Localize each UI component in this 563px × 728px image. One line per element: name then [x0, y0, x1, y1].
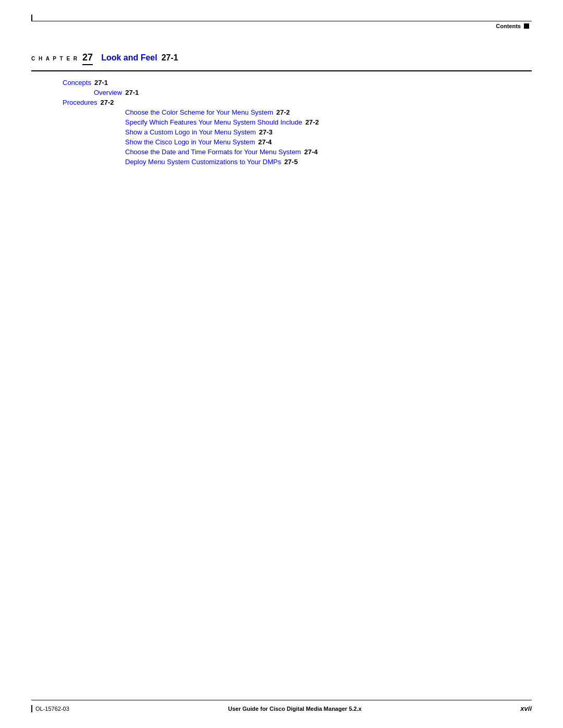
toc-page-procedures: 27-2 — [100, 98, 114, 106]
footer-content: OL-15762-03 User Guide for Cisco Digital… — [31, 705, 532, 712]
toc-link-concepts[interactable]: Concepts — [63, 79, 91, 87]
toc-page-specify-features: 27-2 — [305, 118, 319, 126]
header-contents: Contents — [496, 23, 529, 29]
footer-left: OL-15762-03 — [31, 705, 69, 712]
toc-page-concepts: 27-1 — [94, 79, 108, 87]
chapter-title: Look and Feel — [101, 53, 157, 63]
footer-top-line — [31, 700, 532, 700]
toc-entry-custom-logo: Show a Custom Logo in Your Menu System 2… — [125, 128, 532, 136]
chapter-line: C H A P T E R 27 Look and Feel 27-1 — [31, 52, 532, 65]
chapter-separator — [31, 70, 532, 71]
toc-entry-procedures: Procedures 27-2 — [63, 98, 532, 106]
footer-guide-title: User Guide for Cisco Digital Media Manag… — [228, 706, 362, 712]
chapter-label: C H A P T E R — [31, 56, 78, 61]
footer-page-number: xvii — [520, 705, 532, 712]
toc-link-cisco-logo[interactable]: Show the Cisco Logo in Your Menu System — [125, 138, 255, 146]
toc-entry-color-scheme: Choose the Color Scheme for Your Menu Sy… — [125, 108, 532, 116]
footer-left-bar — [31, 705, 32, 712]
toc-page-color-scheme: 27-2 — [276, 108, 290, 116]
toc-link-deploy[interactable]: Deploy Menu System Customizations to You… — [125, 158, 281, 166]
main-content: C H A P T E R 27 Look and Feel 27-1 Conc… — [31, 52, 532, 168]
toc-link-color-scheme[interactable]: Choose the Color Scheme for Your Menu Sy… — [125, 108, 273, 116]
toc-link-custom-logo[interactable]: Show a Custom Logo in Your Menu System — [125, 128, 256, 136]
toc-page-overview: 27-1 — [125, 89, 139, 96]
toc-entry-deploy: Deploy Menu System Customizations to You… — [125, 158, 532, 166]
toc-page-cisco-logo: 27-4 — [258, 138, 272, 146]
toc-link-overview[interactable]: Overview — [94, 89, 122, 96]
chapter-title-page: 27-1 — [162, 53, 178, 63]
toc-link-specify-features[interactable]: Specify Which Features Your Menu System … — [125, 118, 302, 126]
top-border — [31, 21, 532, 21]
toc-entry-date-time: Choose the Date and Time Formats for You… — [125, 148, 532, 156]
toc-page-deploy: 27-5 — [284, 158, 298, 166]
toc-link-procedures[interactable]: Procedures — [63, 98, 97, 106]
footer: OL-15762-03 User Guide for Cisco Digital… — [31, 700, 532, 712]
toc-entry-concepts: Concepts 27-1 — [63, 79, 532, 87]
chapter-number: 27 — [82, 52, 93, 65]
contents-square-icon — [524, 23, 529, 29]
footer-doc-number: OL-15762-03 — [35, 706, 69, 712]
toc-entry-specify-features: Specify Which Features Your Menu System … — [125, 118, 532, 126]
toc-link-date-time[interactable]: Choose the Date and Time Formats for You… — [125, 148, 301, 156]
contents-label: Contents — [496, 23, 521, 29]
toc-entry-cisco-logo: Show the Cisco Logo in Your Menu System … — [125, 138, 532, 146]
toc-entry-overview: Overview 27-1 — [94, 89, 532, 96]
toc-page-custom-logo: 27-3 — [259, 128, 273, 136]
toc-page-date-time: 27-4 — [304, 148, 317, 156]
